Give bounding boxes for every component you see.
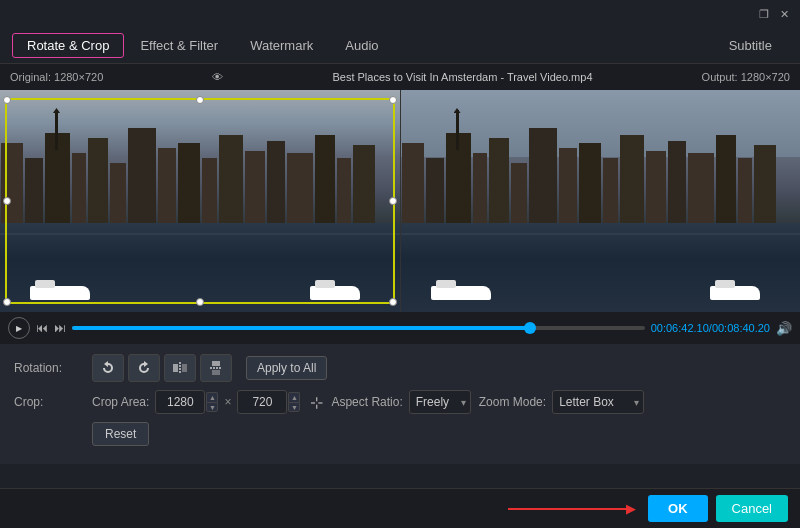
width-down-button[interactable]: ▼: [206, 402, 218, 412]
tab-watermark[interactable]: Watermark: [234, 32, 329, 59]
svg-rect-3: [212, 361, 220, 366]
tab-effect-filter[interactable]: Effect & Filter: [124, 32, 234, 59]
volume-icon[interactable]: 🔊: [776, 321, 792, 336]
zoom-mode-select-wrap: Letter Box Pan & Scan Full: [552, 390, 644, 414]
height-up-button[interactable]: ▲: [288, 392, 300, 402]
size-separator: ×: [224, 395, 231, 409]
time-current: 00:06:42.10: [651, 322, 709, 334]
height-spinner: ▲ ▼: [237, 390, 300, 414]
video-top-bar: Original: 1280×720 👁 Best Places to Visi…: [0, 64, 800, 90]
progress-fill: [72, 326, 530, 330]
aspect-ratio-group: Aspect Ratio: Freely 16:9 4:3 1:1 9:16: [331, 390, 470, 414]
crop-area-group: Crop Area: ▲ ▼ × ▲ ▼ ⊹: [92, 390, 323, 414]
reset-row: Reset: [14, 422, 786, 446]
move-icon[interactable]: ⊹: [310, 393, 323, 412]
svg-rect-1: [182, 364, 187, 372]
tab-audio[interactable]: Audio: [329, 32, 394, 59]
apply-all-button[interactable]: Apply to All: [246, 356, 327, 380]
eye-icon[interactable]: 👁: [212, 71, 223, 83]
width-up-button[interactable]: ▲: [206, 392, 218, 402]
close-button[interactable]: ✕: [776, 6, 792, 22]
flip-vertical-button[interactable]: [200, 354, 232, 382]
video-previews: [0, 90, 800, 312]
height-down-button[interactable]: ▼: [288, 402, 300, 412]
restore-button[interactable]: ❐: [756, 6, 772, 22]
original-label: Original: 1280×720: [10, 71, 103, 83]
zoom-mode-select[interactable]: Letter Box Pan & Scan Full: [552, 390, 644, 414]
crop-area-label: Crop Area:: [92, 395, 149, 409]
progress-bar[interactable]: [72, 326, 645, 330]
title-bar: ❐ ✕: [0, 0, 800, 28]
rotation-label: Rotation:: [14, 361, 84, 375]
preview-output: [401, 90, 801, 312]
prev-frame-button[interactable]: ⏮: [36, 321, 48, 335]
width-spinner-arrows: ▲ ▼: [206, 392, 218, 412]
zoom-mode-label: Zoom Mode:: [479, 395, 546, 409]
controls-panel: Rotation:: [0, 344, 800, 464]
bottom-bar: OK Cancel: [0, 488, 800, 528]
next-frame-button[interactable]: ⏭: [54, 321, 66, 335]
time-display: 00:06:42.10/00:08:40.20: [651, 322, 770, 334]
video-filename: Best Places to Visit In Amsterdam - Trav…: [332, 71, 592, 83]
width-spinner: ▲ ▼: [155, 390, 218, 414]
zoom-mode-group: Zoom Mode: Letter Box Pan & Scan Full: [479, 390, 644, 414]
rotate-left-button[interactable]: [92, 354, 124, 382]
crop-row: Crop: Crop Area: ▲ ▼ × ▲ ▼ ⊹ Aspect Rat: [14, 390, 786, 414]
svg-rect-4: [212, 370, 220, 375]
flip-horizontal-button[interactable]: [164, 354, 196, 382]
rotation-row: Rotation:: [14, 354, 786, 382]
ok-button[interactable]: OK: [648, 495, 708, 522]
preview-original: [0, 90, 401, 312]
aspect-ratio-select-wrap: Freely 16:9 4:3 1:1 9:16: [409, 390, 471, 414]
reset-button[interactable]: Reset: [92, 422, 149, 446]
playback-bar: ▶ ⏮ ⏭ 00:06:42.10/00:08:40.20 🔊: [0, 312, 800, 344]
tab-rotate-crop[interactable]: Rotate & Crop: [12, 33, 124, 58]
rotate-right-button[interactable]: [128, 354, 160, 382]
video-area: Original: 1280×720 👁 Best Places to Visi…: [0, 64, 800, 344]
crop-label: Crop:: [14, 395, 84, 409]
rotation-buttons: [92, 354, 232, 382]
aspect-ratio-select[interactable]: Freely 16:9 4:3 1:1 9:16: [409, 390, 471, 414]
tabs-bar: Rotate & Crop Effect & Filter Watermark …: [0, 28, 800, 64]
arrow-line: [508, 508, 628, 510]
time-total: 00:08:40.20: [712, 322, 770, 334]
progress-thumb[interactable]: [524, 322, 536, 334]
svg-rect-0: [173, 364, 178, 372]
output-label: Output: 1280×720: [702, 71, 790, 83]
play-button[interactable]: ▶: [8, 317, 30, 339]
arrow-indicator: [12, 508, 640, 510]
crop-height-input[interactable]: [237, 390, 287, 414]
cancel-button[interactable]: Cancel: [716, 495, 788, 522]
crop-width-input[interactable]: [155, 390, 205, 414]
tab-subtitle[interactable]: Subtitle: [713, 32, 788, 59]
aspect-ratio-label: Aspect Ratio:: [331, 395, 402, 409]
height-spinner-arrows: ▲ ▼: [288, 392, 300, 412]
